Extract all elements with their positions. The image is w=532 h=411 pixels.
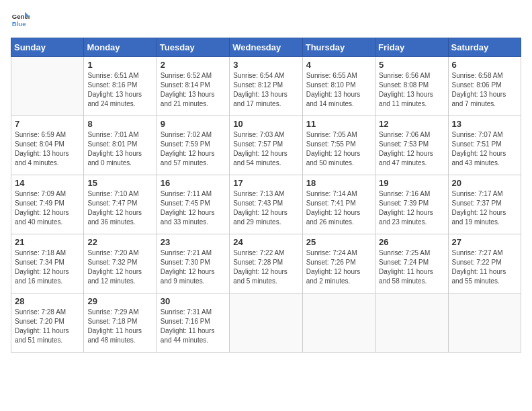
day-header-tuesday: Tuesday (157, 38, 229, 57)
day-info: Sunrise: 7:16 AM Sunset: 7:39 PM Dayligh… (379, 189, 444, 227)
day-info: Sunrise: 7:05 AM Sunset: 7:55 PM Dayligh… (306, 130, 371, 168)
day-number: 27 (452, 237, 517, 247)
calendar-cell: 13Sunrise: 7:07 AM Sunset: 7:51 PM Dayli… (448, 116, 521, 175)
day-number: 30 (161, 296, 226, 306)
day-header-friday: Friday (375, 38, 448, 57)
calendar-cell: 4Sunrise: 6:55 AM Sunset: 8:10 PM Daylig… (302, 57, 375, 116)
header-row: SundayMondayTuesdayWednesdayThursdayFrid… (11, 38, 521, 57)
calendar-cell: 27Sunrise: 7:27 AM Sunset: 7:22 PM Dayli… (448, 234, 521, 293)
calendar-week-4: 21Sunrise: 7:18 AM Sunset: 7:34 PM Dayli… (11, 234, 521, 293)
calendar-week-5: 28Sunrise: 7:28 AM Sunset: 7:20 PM Dayli… (11, 293, 521, 353)
calendar-cell: 23Sunrise: 7:21 AM Sunset: 7:30 PM Dayli… (157, 234, 229, 293)
calendar-table: SundayMondayTuesdayWednesdayThursdayFrid… (11, 38, 521, 353)
day-info: Sunrise: 7:01 AM Sunset: 8:01 PM Dayligh… (87, 130, 152, 168)
day-number: 1 (87, 60, 152, 70)
calendar-cell: 5Sunrise: 6:56 AM Sunset: 8:08 PM Daylig… (375, 57, 448, 116)
calendar-cell (375, 293, 448, 353)
day-info: Sunrise: 7:02 AM Sunset: 7:59 PM Dayligh… (161, 130, 226, 168)
calendar-cell: 6Sunrise: 6:58 AM Sunset: 8:06 PM Daylig… (448, 57, 521, 116)
calendar-cell: 15Sunrise: 7:10 AM Sunset: 7:47 PM Dayli… (84, 175, 157, 234)
day-number: 14 (15, 178, 80, 188)
calendar-cell (230, 293, 302, 353)
calendar-cell: 1Sunrise: 6:51 AM Sunset: 8:16 PM Daylig… (84, 57, 157, 116)
day-info: Sunrise: 7:22 AM Sunset: 7:28 PM Dayligh… (233, 248, 298, 286)
day-number: 29 (87, 296, 152, 306)
calendar-cell: 18Sunrise: 7:14 AM Sunset: 7:41 PM Dayli… (302, 175, 375, 234)
day-number: 5 (379, 60, 444, 70)
day-info: Sunrise: 7:25 AM Sunset: 7:24 PM Dayligh… (379, 248, 444, 286)
day-info: Sunrise: 7:09 AM Sunset: 7:49 PM Dayligh… (15, 189, 80, 227)
day-number: 13 (452, 119, 517, 129)
day-number: 25 (306, 237, 371, 247)
day-number: 8 (87, 119, 152, 129)
day-info: Sunrise: 6:52 AM Sunset: 8:14 PM Dayligh… (161, 71, 226, 109)
calendar-cell: 7Sunrise: 6:59 AM Sunset: 8:04 PM Daylig… (11, 116, 84, 175)
calendar-cell (302, 293, 375, 353)
day-info: Sunrise: 7:17 AM Sunset: 7:37 PM Dayligh… (452, 189, 517, 227)
day-number: 23 (161, 237, 226, 247)
day-info: Sunrise: 7:10 AM Sunset: 7:47 PM Dayligh… (87, 189, 152, 227)
day-number: 9 (161, 119, 226, 129)
day-number: 6 (452, 60, 517, 70)
day-number: 24 (233, 237, 298, 247)
calendar-cell: 3Sunrise: 6:54 AM Sunset: 8:12 PM Daylig… (230, 57, 302, 116)
day-number: 12 (379, 119, 444, 129)
calendar-cell: 20Sunrise: 7:17 AM Sunset: 7:37 PM Dayli… (448, 175, 521, 234)
calendar-cell (11, 57, 84, 116)
day-number: 11 (306, 119, 371, 129)
day-number: 3 (233, 60, 298, 70)
calendar-cell: 8Sunrise: 7:01 AM Sunset: 8:01 PM Daylig… (84, 116, 157, 175)
page-header: General Blue (11, 11, 521, 30)
calendar-cell: 14Sunrise: 7:09 AM Sunset: 7:49 PM Dayli… (11, 175, 84, 234)
calendar-cell: 9Sunrise: 7:02 AM Sunset: 7:59 PM Daylig… (157, 116, 229, 175)
calendar-cell: 16Sunrise: 7:11 AM Sunset: 7:45 PM Dayli… (157, 175, 229, 234)
calendar-cell: 19Sunrise: 7:16 AM Sunset: 7:39 PM Dayli… (375, 175, 448, 234)
day-number: 26 (379, 237, 444, 247)
calendar-cell: 29Sunrise: 7:29 AM Sunset: 7:18 PM Dayli… (84, 293, 157, 353)
calendar-week-2: 7Sunrise: 6:59 AM Sunset: 8:04 PM Daylig… (11, 116, 521, 175)
calendar-week-3: 14Sunrise: 7:09 AM Sunset: 7:49 PM Dayli… (11, 175, 521, 234)
calendar-cell: 12Sunrise: 7:06 AM Sunset: 7:53 PM Dayli… (375, 116, 448, 175)
calendar-cell: 11Sunrise: 7:05 AM Sunset: 7:55 PM Dayli… (302, 116, 375, 175)
day-info: Sunrise: 7:03 AM Sunset: 7:57 PM Dayligh… (233, 130, 298, 168)
svg-text:Blue: Blue (12, 20, 26, 28)
day-info: Sunrise: 6:54 AM Sunset: 8:12 PM Dayligh… (233, 71, 298, 109)
calendar-cell: 25Sunrise: 7:24 AM Sunset: 7:26 PM Dayli… (302, 234, 375, 293)
day-info: Sunrise: 7:07 AM Sunset: 7:51 PM Dayligh… (452, 130, 517, 168)
calendar-cell: 26Sunrise: 7:25 AM Sunset: 7:24 PM Dayli… (375, 234, 448, 293)
calendar-cell: 21Sunrise: 7:18 AM Sunset: 7:34 PM Dayli… (11, 234, 84, 293)
day-info: Sunrise: 6:56 AM Sunset: 8:08 PM Dayligh… (379, 71, 444, 109)
day-number: 19 (379, 178, 444, 188)
logo: General Blue (11, 11, 30, 30)
day-info: Sunrise: 7:14 AM Sunset: 7:41 PM Dayligh… (306, 189, 371, 227)
day-info: Sunrise: 7:28 AM Sunset: 7:20 PM Dayligh… (15, 308, 80, 345)
calendar-cell: 22Sunrise: 7:20 AM Sunset: 7:32 PM Dayli… (84, 234, 157, 293)
day-header-thursday: Thursday (302, 38, 375, 57)
day-info: Sunrise: 7:29 AM Sunset: 7:18 PM Dayligh… (87, 308, 152, 345)
day-number: 4 (306, 60, 371, 70)
calendar-cell: 2Sunrise: 6:52 AM Sunset: 8:14 PM Daylig… (157, 57, 229, 116)
day-number: 21 (15, 237, 80, 247)
day-info: Sunrise: 7:21 AM Sunset: 7:30 PM Dayligh… (161, 248, 226, 286)
day-info: Sunrise: 6:58 AM Sunset: 8:06 PM Dayligh… (452, 71, 517, 109)
calendar-cell: 30Sunrise: 7:31 AM Sunset: 7:16 PM Dayli… (157, 293, 229, 353)
day-info: Sunrise: 7:13 AM Sunset: 7:43 PM Dayligh… (233, 189, 298, 227)
day-number: 15 (87, 178, 152, 188)
day-number: 10 (233, 119, 298, 129)
day-info: Sunrise: 6:59 AM Sunset: 8:04 PM Dayligh… (15, 130, 80, 168)
day-info: Sunrise: 7:06 AM Sunset: 7:53 PM Dayligh… (379, 130, 444, 168)
day-number: 28 (15, 296, 80, 306)
calendar-cell: 28Sunrise: 7:28 AM Sunset: 7:20 PM Dayli… (11, 293, 84, 353)
day-header-monday: Monday (84, 38, 157, 57)
calendar-week-1: 1Sunrise: 6:51 AM Sunset: 8:16 PM Daylig… (11, 57, 521, 116)
day-header-sunday: Sunday (11, 38, 84, 57)
day-number: 17 (233, 178, 298, 188)
calendar-cell: 24Sunrise: 7:22 AM Sunset: 7:28 PM Dayli… (230, 234, 302, 293)
logo-icon: General Blue (11, 11, 30, 30)
day-info: Sunrise: 7:20 AM Sunset: 7:32 PM Dayligh… (87, 248, 152, 286)
day-info: Sunrise: 7:27 AM Sunset: 7:22 PM Dayligh… (452, 248, 517, 286)
day-header-wednesday: Wednesday (230, 38, 302, 57)
day-number: 16 (161, 178, 226, 188)
calendar-cell: 17Sunrise: 7:13 AM Sunset: 7:43 PM Dayli… (230, 175, 302, 234)
day-info: Sunrise: 7:31 AM Sunset: 7:16 PM Dayligh… (161, 308, 226, 345)
